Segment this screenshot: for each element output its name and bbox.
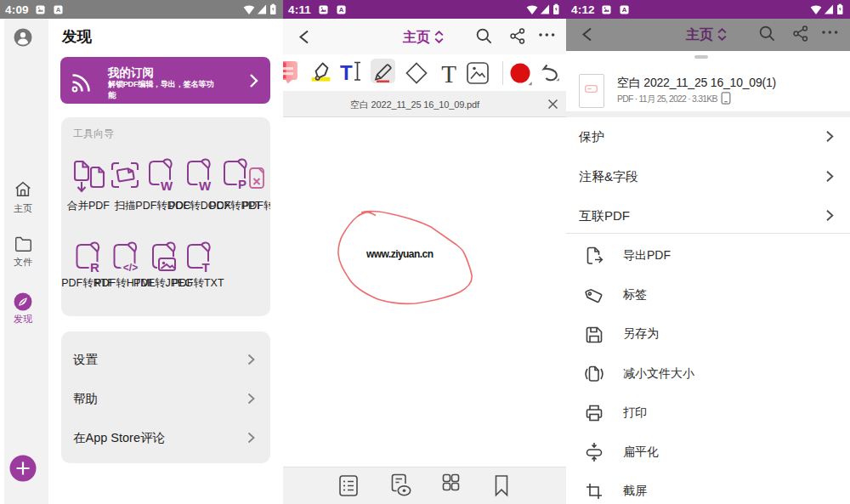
- svg-text:W: W: [199, 178, 212, 193]
- svg-text:W: W: [161, 178, 173, 193]
- svg-text:www.ziyuan.cn: www.ziyuan.cn: [366, 248, 434, 260]
- svg-text:A: A: [339, 6, 344, 14]
- svg-text:P: P: [238, 177, 246, 191]
- svg-text:</>: </>: [123, 262, 138, 274]
- svg-text:T: T: [201, 260, 209, 275]
- svg-text:T: T: [441, 60, 456, 88]
- svg-text:扫描: 扫描: [115, 200, 136, 212]
- svg-text:A: A: [56, 6, 61, 14]
- svg-text:PDF转TXT: PDF转TXT: [172, 277, 224, 289]
- svg-text:T: T: [340, 61, 353, 84]
- svg-text:A: A: [622, 6, 627, 14]
- svg-text:R: R: [90, 260, 99, 275]
- svg-text:合并PDF: 合并PDF: [66, 200, 110, 212]
- svg-text:PDF转PPTX: PDF转PPTX: [242, 200, 270, 212]
